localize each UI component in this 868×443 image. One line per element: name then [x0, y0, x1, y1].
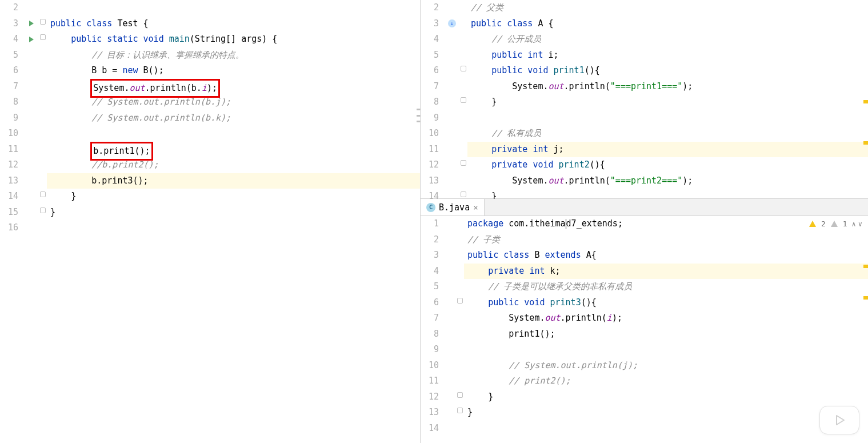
- fold-marker[interactable]: [461, 66, 466, 71]
- code-area-left[interactable]: public class Test { public static void m…: [47, 0, 420, 443]
- line-numbers-left: 2345678910111213141516: [0, 0, 24, 443]
- fold-marker[interactable]: [40, 191, 46, 197]
- right-bottom-editor-pane: C B.java × 1234567891011121314: [421, 199, 868, 443]
- line-numbers-right-top: 234567891011121314: [421, 0, 445, 198]
- fold-marker[interactable]: [40, 34, 46, 40]
- fold-marker[interactable]: [461, 191, 466, 197]
- code-area-right-bottom[interactable]: 2 1 ∧ ∨ package com.itheimad7_extends; /…: [464, 216, 868, 443]
- fold-marker[interactable]: [457, 392, 463, 398]
- run-gutter-icon[interactable]: [24, 16, 39, 32]
- right-top-editor-pane: 234567891011121314 // 父类: [421, 0, 868, 199]
- close-icon[interactable]: ×: [473, 203, 478, 212]
- weak-warning-icon: [830, 220, 838, 228]
- class-file-icon: C: [426, 203, 435, 212]
- prev-highlight-icon[interactable]: ∧: [852, 220, 856, 228]
- fold-marker[interactable]: [457, 298, 463, 304]
- fold-marker[interactable]: [40, 207, 46, 213]
- inspections-widget[interactable]: 2 1 ∧ ∨: [809, 219, 862, 228]
- run-gutter-icon[interactable]: [24, 31, 39, 47]
- warning-icon: [809, 220, 817, 228]
- line-numbers-right-bottom: 1234567891011121314: [421, 216, 445, 443]
- tab-label: B.java: [439, 202, 470, 213]
- fold-marker[interactable]: [461, 97, 466, 103]
- code-area-right-top[interactable]: // 父类 public class A { // 公开成员 public in…: [467, 0, 868, 198]
- tab-b-java[interactable]: C B.java ×: [421, 199, 485, 215]
- fold-marker[interactable]: [461, 160, 466, 166]
- fold-marker[interactable]: [457, 408, 463, 413]
- next-highlight-icon[interactable]: ∨: [858, 220, 862, 228]
- left-editor-pane: 2345678910111213141516 publ: [0, 0, 421, 443]
- fold-marker[interactable]: [40, 19, 46, 25]
- play-video-button[interactable]: [819, 406, 859, 434]
- override-gutter-icon[interactable]: [445, 16, 459, 32]
